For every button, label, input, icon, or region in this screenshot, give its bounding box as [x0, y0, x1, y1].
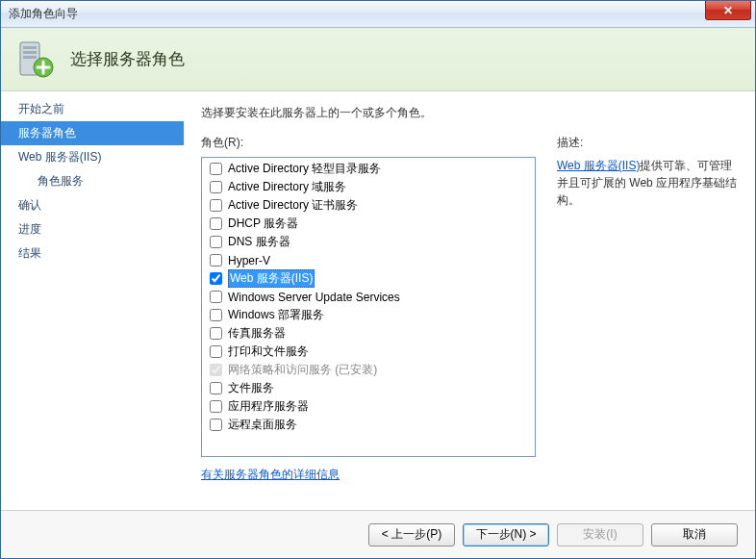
role-label: 远程桌面服务	[228, 417, 297, 433]
description-column: 描述: Web 服务器(IIS)提供可靠、可管理并且可扩展的 Web 应用程序基…	[557, 135, 740, 510]
svg-rect-3	[23, 56, 37, 59]
role-label: 传真服务器	[228, 325, 286, 342]
role-checkbox[interactable]	[210, 345, 222, 358]
server-wizard-icon	[14, 38, 57, 81]
content-area: 选择要安装在此服务器上的一个或多个角色。 角色(R): Active Direc…	[184, 91, 755, 510]
wizard-window: 添加角色向导 ✕ 选择服务器角色 开始之前服务器角色Web 服务器(IIS)角色…	[0, 0, 756, 559]
role-label: Hyper-V	[228, 254, 270, 267]
nav-item[interactable]: 开始之前	[1, 97, 184, 121]
role-label: DNS 服务器	[228, 234, 290, 250]
close-button[interactable]: ✕	[705, 1, 751, 20]
nav-item[interactable]: 角色服务	[1, 169, 184, 193]
role-checkbox[interactable]	[210, 309, 222, 321]
role-checkbox[interactable]	[210, 254, 222, 267]
columns: 角色(R): Active Directory 轻型目录服务Active Dir…	[201, 135, 740, 510]
nav-item[interactable]: 服务器角色	[1, 121, 184, 145]
role-row[interactable]: 传真服务器	[202, 324, 535, 343]
role-checkbox[interactable]	[210, 382, 222, 394]
instruction-text: 选择要安装在此服务器上的一个或多个角色。	[201, 105, 740, 121]
close-icon: ✕	[723, 4, 733, 17]
role-label: Web 服务器(IIS)	[228, 269, 315, 288]
role-label: 应用程序服务器	[228, 398, 309, 415]
wizard-nav: 开始之前服务器角色Web 服务器(IIS)角色服务确认进度结果	[1, 91, 184, 510]
role-checkbox[interactable]	[210, 291, 222, 303]
prev-button[interactable]: < 上一步(P)	[368, 523, 455, 546]
role-label: Active Directory 域服务	[228, 179, 346, 195]
titlebar[interactable]: 添加角色向导 ✕	[1, 1, 755, 28]
role-label: Windows Server Update Services	[228, 291, 400, 304]
role-row: 网络策略和访问服务 (已安装)	[202, 361, 535, 379]
role-row[interactable]: 应用程序服务器	[202, 397, 535, 416]
cancel-button[interactable]: 取消	[651, 523, 738, 546]
roles-column: 角色(R): Active Directory 轻型目录服务Active Dir…	[201, 135, 536, 510]
nav-item[interactable]: 结果	[1, 241, 184, 266]
role-row[interactable]: Active Directory 域服务	[202, 178, 535, 196]
install-button[interactable]: 安装(I)	[557, 523, 643, 546]
role-checkbox[interactable]	[210, 327, 222, 340]
nav-item[interactable]: 确认	[1, 193, 184, 217]
page-title: 选择服务器角色	[70, 48, 185, 70]
footer: < 上一步(P) 下一步(N) > 安装(I) 取消	[1, 510, 755, 558]
role-label: 网络策略和访问服务 (已安装)	[228, 362, 377, 378]
body: 开始之前服务器角色Web 服务器(IIS)角色服务确认进度结果 选择要安装在此服…	[1, 91, 755, 510]
role-checkbox[interactable]	[210, 181, 222, 193]
role-checkbox[interactable]	[210, 419, 222, 431]
role-checkbox[interactable]	[210, 236, 222, 248]
svg-rect-2	[23, 51, 37, 54]
role-row[interactable]: Windows 部署服务	[202, 306, 535, 324]
role-label: Active Directory 轻型目录服务	[228, 161, 381, 177]
role-row[interactable]: Hyper-V	[202, 251, 535, 269]
role-row[interactable]: Active Directory 轻型目录服务	[202, 160, 535, 178]
window-title: 添加角色向导	[9, 6, 78, 22]
nav-item[interactable]: Web 服务器(IIS)	[1, 145, 184, 169]
description-text: Web 服务器(IIS)提供可靠、可管理并且可扩展的 Web 应用程序基础结构。	[557, 157, 740, 209]
role-row[interactable]: DNS 服务器	[202, 233, 535, 251]
nav-item[interactable]: 进度	[1, 217, 184, 241]
role-label: Windows 部署服务	[228, 307, 324, 323]
role-row[interactable]: Web 服务器(IIS)	[202, 269, 535, 288]
role-label: 打印和文件服务	[228, 343, 309, 360]
role-row[interactable]: 远程桌面服务	[202, 416, 535, 434]
description-label: 描述:	[557, 135, 740, 151]
role-checkbox	[210, 364, 222, 376]
role-label: 文件服务	[228, 380, 274, 396]
next-button[interactable]: 下一步(N) >	[463, 523, 549, 546]
role-label: Active Directory 证书服务	[228, 197, 358, 214]
role-label: DHCP 服务器	[228, 216, 298, 232]
description-link[interactable]: Web 服务器(IIS)	[557, 159, 640, 172]
role-checkbox[interactable]	[210, 400, 222, 413]
more-info-link[interactable]: 有关服务器角色的详细信息	[201, 468, 340, 481]
role-checkbox[interactable]	[210, 163, 222, 175]
role-row[interactable]: Active Directory 证书服务	[202, 196, 535, 215]
header-band: 选择服务器角色	[1, 28, 755, 91]
roles-listbox[interactable]: Active Directory 轻型目录服务Active Directory …	[201, 157, 536, 457]
role-checkbox[interactable]	[210, 272, 222, 285]
role-row[interactable]: 文件服务	[202, 379, 535, 397]
svg-rect-1	[23, 46, 37, 49]
role-row[interactable]: DHCP 服务器	[202, 215, 535, 233]
role-row[interactable]: 打印和文件服务	[202, 343, 535, 361]
roles-label: 角色(R):	[201, 135, 536, 151]
role-row[interactable]: Windows Server Update Services	[202, 288, 535, 306]
role-checkbox[interactable]	[210, 199, 222, 212]
role-checkbox[interactable]	[210, 217, 222, 230]
